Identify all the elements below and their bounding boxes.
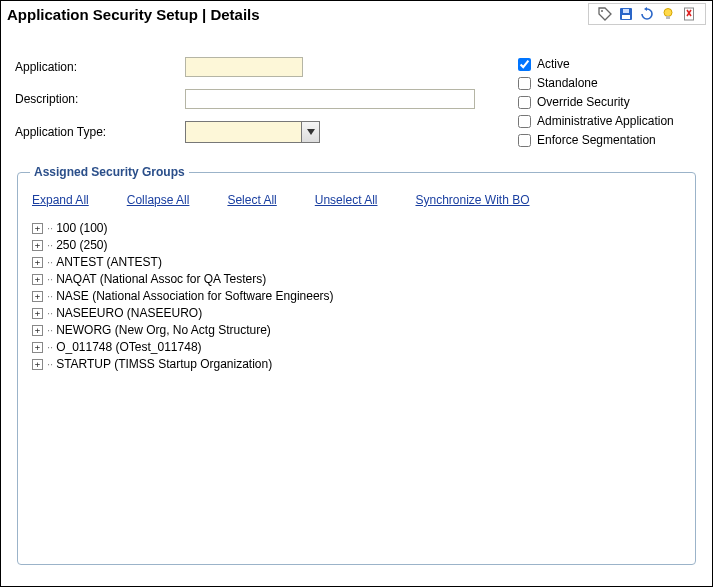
tree-item-label: NASE (National Association for Software … xyxy=(56,289,333,303)
tree-item-label: NAQAT (National Assoc for QA Testers) xyxy=(56,272,266,286)
tree-item-label: STARTUP (TIMSS Startup Organization) xyxy=(56,357,272,371)
svg-rect-5 xyxy=(666,16,670,19)
svg-point-0 xyxy=(601,10,603,12)
label-application-type: Application Type: xyxy=(15,125,185,139)
refresh-icon[interactable] xyxy=(639,6,655,22)
header: Application Security Setup | Details xyxy=(1,1,712,29)
groups-action-links: Expand All Collapse All Select All Unsel… xyxy=(32,193,683,207)
label-description: Description: xyxy=(15,92,185,106)
tree-connector: ·· xyxy=(47,324,53,336)
check-enforce-segmentation[interactable]: Enforce Segmentation xyxy=(518,133,698,147)
link-unselect-all[interactable]: Unselect All xyxy=(315,193,378,207)
link-collapse-all[interactable]: Collapse All xyxy=(127,193,190,207)
lightbulb-icon[interactable] xyxy=(660,6,676,22)
tree-item[interactable]: +··NASE (National Association for Softwa… xyxy=(32,289,683,303)
tree-expand-icon[interactable]: + xyxy=(32,291,43,302)
tree-item[interactable]: +··NASEEURO (NASEEURO) xyxy=(32,306,683,320)
tree-expand-icon[interactable]: + xyxy=(32,223,43,234)
delete-icon[interactable] xyxy=(681,6,697,22)
label-application: Application: xyxy=(15,60,185,74)
tree-item-label: 100 (100) xyxy=(56,221,107,235)
tree-connector: ·· xyxy=(47,222,53,234)
form-fields: Application: Description: Application Ty… xyxy=(15,57,518,155)
svg-rect-3 xyxy=(623,9,629,13)
standalone-checkbox[interactable] xyxy=(518,77,531,90)
tree-item-label: NEWORG (New Org, No Actg Structure) xyxy=(56,323,271,337)
assigned-security-groups: Assigned Security Groups Expand All Coll… xyxy=(17,165,696,565)
link-expand-all[interactable]: Expand All xyxy=(32,193,89,207)
tree-item-label: O_011748 (OTest_011748) xyxy=(56,340,201,354)
override-security-checkbox[interactable] xyxy=(518,96,531,109)
tree-item[interactable]: +··ANTEST (ANTEST) xyxy=(32,255,683,269)
check-standalone[interactable]: Standalone xyxy=(518,76,698,90)
chevron-down-icon[interactable] xyxy=(301,122,319,142)
tree-item-label: ANTEST (ANTEST) xyxy=(56,255,162,269)
tree-expand-icon[interactable]: + xyxy=(32,240,43,251)
tree-item[interactable]: +··O_011748 (OTest_011748) xyxy=(32,340,683,354)
tree-item-label: NASEEURO (NASEEURO) xyxy=(56,306,202,320)
tree-connector: ·· xyxy=(47,290,53,302)
link-select-all[interactable]: Select All xyxy=(227,193,276,207)
tree-connector: ·· xyxy=(47,273,53,285)
tree-connector: ·· xyxy=(47,358,53,370)
tree-expand-icon[interactable]: + xyxy=(32,342,43,353)
tree-expand-icon[interactable]: + xyxy=(32,257,43,268)
tree-connector: ·· xyxy=(47,307,53,319)
tree-connector: ·· xyxy=(47,341,53,353)
tree-item[interactable]: +··NEWORG (New Org, No Actg Structure) xyxy=(32,323,683,337)
checkbox-panel: Active Standalone Override Security Admi… xyxy=(518,57,698,155)
application-type-select[interactable] xyxy=(185,121,320,143)
tree-expand-icon[interactable]: + xyxy=(32,325,43,336)
link-synchronize-with-bo[interactable]: Synchronize With BO xyxy=(415,193,529,207)
groups-legend: Assigned Security Groups xyxy=(30,165,189,179)
tree-item[interactable]: +··100 (100) xyxy=(32,221,683,235)
check-override-security[interactable]: Override Security xyxy=(518,95,698,109)
check-active[interactable]: Active xyxy=(518,57,698,71)
save-icon[interactable] xyxy=(618,6,634,22)
tree-expand-icon[interactable]: + xyxy=(32,308,43,319)
tree-connector: ·· xyxy=(47,239,53,251)
toolbar xyxy=(588,3,706,25)
tree-connector: ·· xyxy=(47,256,53,268)
svg-point-4 xyxy=(664,9,672,17)
check-administrative-application[interactable]: Administrative Application xyxy=(518,114,698,128)
tree-expand-icon[interactable]: + xyxy=(32,359,43,370)
tree-expand-icon[interactable]: + xyxy=(32,274,43,285)
tree-item[interactable]: +··STARTUP (TIMSS Startup Organization) xyxy=(32,357,683,371)
tag-icon[interactable] xyxy=(597,6,613,22)
svg-rect-2 xyxy=(622,15,630,19)
tree-item[interactable]: +··NAQAT (National Assoc for QA Testers) xyxy=(32,272,683,286)
security-group-tree: +··100 (100)+··250 (250)+··ANTEST (ANTES… xyxy=(32,221,683,371)
description-input[interactable] xyxy=(185,89,475,109)
administrative-application-checkbox[interactable] xyxy=(518,115,531,128)
page-title: Application Security Setup | Details xyxy=(7,6,260,23)
enforce-segmentation-checkbox[interactable] xyxy=(518,134,531,147)
tree-item-label: 250 (250) xyxy=(56,238,107,252)
application-input[interactable] xyxy=(185,57,303,77)
active-checkbox[interactable] xyxy=(518,58,531,71)
tree-item[interactable]: +··250 (250) xyxy=(32,238,683,252)
